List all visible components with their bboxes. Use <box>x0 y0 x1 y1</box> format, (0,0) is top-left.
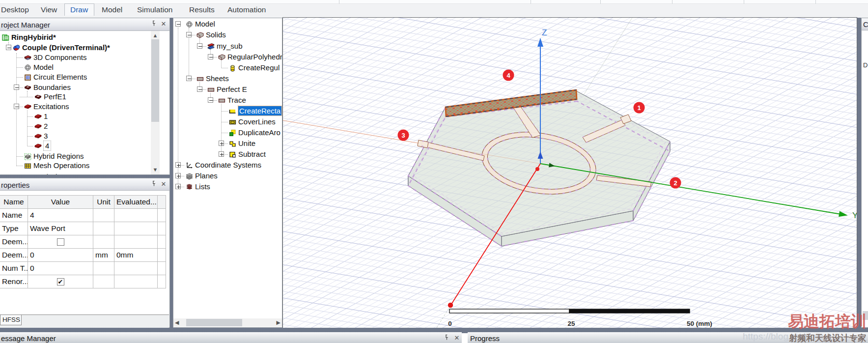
svg-text:25: 25 <box>567 320 575 327</box>
svg-text:0: 0 <box>448 320 452 327</box>
svg-text:1: 1 <box>637 104 641 112</box>
svg-text:Y: Y <box>852 211 857 220</box>
svg-text:2: 2 <box>673 179 677 187</box>
svg-text:Z: Z <box>542 28 547 37</box>
svg-text:50 (mm): 50 (mm) <box>687 320 712 327</box>
svg-text:3: 3 <box>401 132 405 139</box>
svg-text:4: 4 <box>506 72 510 79</box>
